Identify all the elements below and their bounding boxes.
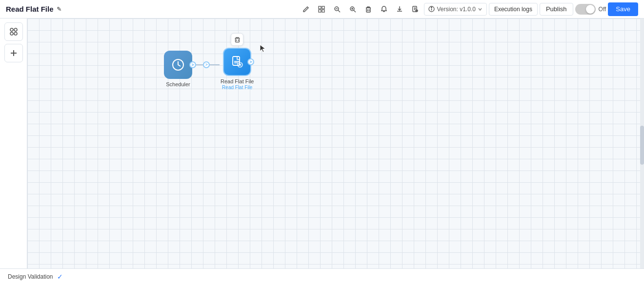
tools-button[interactable]	[4, 22, 23, 41]
svg-point-24	[10, 28, 13, 31]
cursor-indicator	[259, 44, 267, 56]
active-toggle[interactable]	[575, 4, 596, 15]
chevron-down-icon	[478, 7, 483, 12]
add-icon	[9, 49, 18, 57]
port-arrow-icon	[249, 60, 253, 64]
scheduler-label: Scheduler	[166, 81, 190, 87]
svg-line-8	[354, 10, 356, 12]
toggle-wrap: Off	[575, 4, 606, 15]
export-button[interactable]	[408, 2, 422, 16]
scrollbar[interactable]	[640, 19, 644, 268]
bottom-bar: Design Validation ✓	[0, 268, 644, 284]
delete-node-button[interactable]	[231, 33, 243, 46]
connector-line-2	[210, 64, 220, 65]
svg-point-23	[431, 7, 432, 8]
read-flat-output-port[interactable]	[247, 58, 254, 65]
svg-point-27	[14, 32, 17, 35]
node-connector	[193, 61, 220, 68]
design-validation-label: Design Validation	[8, 273, 53, 280]
flow-area: Scheduler	[164, 48, 254, 90]
file-icon	[230, 55, 244, 69]
publish-button[interactable]: Publish	[540, 3, 573, 16]
left-sidebar	[0, 19, 27, 268]
execution-logs-button[interactable]: Execution logs	[489, 3, 538, 16]
scheduler-node-box[interactable]	[164, 51, 192, 79]
svg-point-26	[10, 32, 13, 35]
trash-icon	[234, 37, 241, 43]
scrollbar-thumb[interactable]	[640, 126, 644, 165]
save-button[interactable]: Save	[608, 2, 638, 16]
pencil-tool-button[interactable]	[299, 2, 313, 16]
zoom-out-button[interactable]	[330, 2, 344, 16]
svg-rect-3	[322, 10, 324, 12]
svg-rect-11	[366, 8, 370, 12]
grid-tool-button[interactable]	[315, 2, 328, 16]
add-button[interactable]	[4, 44, 23, 62]
scheduler-node[interactable]: Scheduler	[164, 51, 192, 87]
delete-button-wrap	[231, 33, 243, 46]
bell-button[interactable]	[377, 2, 391, 16]
toggle-label: Off	[599, 6, 606, 13]
check-icon: ✓	[57, 273, 63, 281]
page-title: Read Flat File ✎	[6, 5, 61, 13]
read-flat-file-label: Read Flat File	[221, 78, 254, 84]
connector-arrow-icon	[205, 63, 208, 66]
download-button[interactable]	[393, 2, 406, 16]
arrow-icon	[191, 63, 195, 67]
delete-tool-button[interactable]	[362, 2, 375, 16]
scheduler-output-port[interactable]	[189, 61, 196, 68]
read-flat-file-node[interactable]: Read Flat File Read Flat File	[221, 48, 254, 90]
svg-rect-31	[235, 38, 239, 42]
svg-point-25	[14, 28, 17, 31]
edit-title-icon[interactable]: ✎	[57, 6, 61, 13]
connector-dot	[203, 61, 210, 68]
zoom-in-button[interactable]	[346, 2, 360, 16]
version-text: Version: v1.0.0	[437, 6, 475, 13]
svg-rect-1	[322, 6, 324, 9]
tools-icon	[9, 27, 18, 36]
clock-icon	[171, 58, 185, 72]
toggle-knob	[586, 5, 595, 14]
version-badge[interactable]: Version: v1.0.0	[424, 3, 486, 16]
read-flat-file-sublabel: Read Flat File	[222, 85, 252, 90]
main-area: Scheduler	[0, 19, 644, 268]
toolbar: Version: v1.0.0 Execution logs Publish O…	[299, 2, 638, 16]
svg-line-5	[338, 10, 340, 12]
title-text: Read Flat File	[6, 5, 54, 13]
svg-rect-2	[319, 10, 321, 12]
read-flat-file-node-box[interactable]	[223, 48, 251, 76]
info-icon	[428, 6, 435, 12]
canvas[interactable]: Scheduler	[27, 19, 640, 268]
header: Read Flat File ✎	[0, 0, 644, 19]
cursor-svg	[259, 44, 267, 54]
svg-rect-0	[319, 6, 321, 9]
